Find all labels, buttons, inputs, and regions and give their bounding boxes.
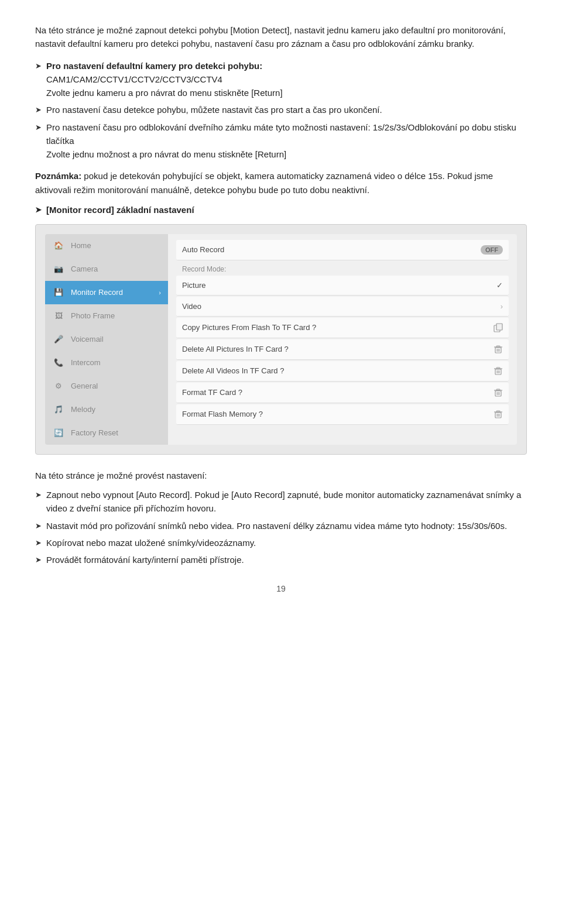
sidebar: 🏠 Home 📷 Camera 💾 Monitor Record › 🖼 Pho… bbox=[45, 234, 168, 445]
trash-icon-2 bbox=[494, 366, 503, 376]
bottom-arrow-4: ➤ bbox=[35, 554, 42, 566]
trash-icon-1 bbox=[494, 345, 503, 354]
svg-rect-10 bbox=[496, 367, 500, 369]
delete-pictures-label: Delete All Pictures In TF Card ? bbox=[182, 345, 494, 353]
intercom-icon: 📞 bbox=[52, 356, 65, 369]
voicemail-icon: 🎤 bbox=[52, 333, 65, 346]
sidebar-item-factory-reset[interactable]: 🔄 Factory Reset bbox=[45, 421, 168, 445]
video-chevron-icon: › bbox=[501, 302, 503, 311]
sidebar-item-intercom[interactable]: 📞 Intercom bbox=[45, 351, 168, 375]
bottom-item-2: ➤ Nastavit mód pro pořizování snímků neb… bbox=[35, 519, 527, 533]
trash-icon-3 bbox=[494, 388, 503, 397]
picture-row[interactable]: Picture ✓ bbox=[176, 276, 509, 296]
format-tf-row[interactable]: Format TF Card ? bbox=[176, 383, 509, 403]
format-flash-row[interactable]: Format Flash Memory ? bbox=[176, 404, 509, 425]
bullet-item-1: ➤ Pro nastavení defaultní kamery pro det… bbox=[35, 59, 527, 100]
sidebar-label-voicemail: Voicemail bbox=[71, 335, 161, 344]
bottom-item-1: ➤ Zapnout nebo vypnout [Auto Record]. Po… bbox=[35, 488, 527, 516]
monitor-record-icon: 💾 bbox=[52, 286, 65, 299]
bullet-text-1: Pro nastavení defaultní kamery pro detek… bbox=[46, 59, 283, 100]
sidebar-item-monitor-record[interactable]: 💾 Monitor Record › bbox=[45, 281, 168, 304]
sidebar-label-home: Home bbox=[71, 241, 161, 250]
auto-record-toggle[interactable]: OFF bbox=[481, 245, 503, 255]
bottom-arrow-1: ➤ bbox=[35, 489, 42, 501]
svg-rect-22 bbox=[496, 411, 500, 412]
bullet-item-3: ➤ Pro nastavení času pro odblokování dve… bbox=[35, 121, 527, 162]
home-icon: 🏠 bbox=[52, 239, 65, 252]
camera-icon: 📷 bbox=[52, 263, 65, 276]
bullet-section-1: ➤ Pro nastavení defaultní kamery pro det… bbox=[35, 59, 527, 162]
chevron-icon: › bbox=[159, 289, 161, 296]
sidebar-label-monitor-record: Monitor Record bbox=[71, 288, 153, 297]
sidebar-item-melody[interactable]: 🎵 Melody bbox=[45, 398, 168, 421]
sidebar-item-camera[interactable]: 📷 Camera bbox=[45, 257, 168, 281]
sidebar-item-photo-frame[interactable]: 🖼 Photo Frame bbox=[45, 304, 168, 328]
note-paragraph: Poznámka: pokud je detekován pohybující … bbox=[35, 169, 527, 197]
delete-videos-label: Delete All Videos In TF Card ? bbox=[182, 366, 494, 375]
bullet-text-3: Pro nastavení času pro odblokování dveřn… bbox=[46, 121, 527, 162]
bottom-text-1: Zapnout nebo vypnout [Auto Record]. Poku… bbox=[46, 488, 527, 516]
factory-reset-icon: 🔄 bbox=[52, 427, 65, 439]
copy-pictures-row[interactable]: Copy Pictures From Flash To TF Card ? bbox=[176, 318, 509, 338]
bottom-text-3: Kopírovat nebo mazat uložené snímky/vide… bbox=[46, 536, 256, 549]
copy-icon bbox=[494, 323, 503, 332]
format-flash-label: Format Flash Memory ? bbox=[182, 410, 494, 418]
bullet-arrow-2: ➤ bbox=[35, 104, 42, 116]
bottom-item-4: ➤ Provádět formátování karty/interní pam… bbox=[35, 553, 527, 566]
sidebar-label-factory-reset: Factory Reset bbox=[71, 428, 161, 437]
page-number: 19 bbox=[35, 584, 527, 593]
bottom-text-2: Nastavit mód pro pořizování snímků nebo … bbox=[46, 519, 507, 533]
trash-icon-4 bbox=[494, 410, 503, 419]
copy-pictures-label: Copy Pictures From Flash To TF Card ? bbox=[182, 323, 494, 332]
sidebar-item-voicemail[interactable]: 🎤 Voicemail bbox=[45, 328, 168, 351]
video-row[interactable]: Video › bbox=[176, 297, 509, 317]
sidebar-item-general[interactable]: ⚙ General bbox=[45, 375, 168, 398]
intro-paragraph: Na této stránce je možné zapnout detekci… bbox=[35, 23, 527, 51]
picture-label: Picture bbox=[182, 281, 496, 290]
melody-icon: 🎵 bbox=[52, 403, 65, 416]
photo-frame-icon: 🖼 bbox=[52, 310, 65, 322]
section-arrow: ➤ bbox=[35, 205, 42, 214]
delete-pictures-row[interactable]: Delete All Pictures In TF Card ? bbox=[176, 339, 509, 360]
svg-rect-1 bbox=[496, 324, 502, 330]
record-mode-label: Record Mode: bbox=[176, 262, 509, 276]
sidebar-label-intercom: Intercom bbox=[71, 358, 161, 367]
bullet-item-2: ➤ Pro nastavení času detekce pohybu, můž… bbox=[35, 103, 527, 116]
section-heading: ➤ [Monitor record] základní nastavení bbox=[35, 205, 527, 215]
sidebar-label-melody: Melody bbox=[71, 405, 161, 414]
sidebar-label-photo-frame: Photo Frame bbox=[71, 311, 161, 320]
sidebar-label-camera: Camera bbox=[71, 265, 161, 273]
right-panel: Auto Record OFF Record Mode: Picture ✓ V… bbox=[168, 234, 517, 445]
bottom-arrow-2: ➤ bbox=[35, 520, 42, 532]
sidebar-label-general: General bbox=[71, 382, 161, 390]
bottom-intro: Na této stránce je možné provést nastave… bbox=[35, 469, 527, 482]
bullet-arrow-3: ➤ bbox=[35, 122, 42, 133]
auto-record-row[interactable]: Auto Record OFF bbox=[176, 240, 509, 260]
bottom-section: Na této stránce je možné provést nastave… bbox=[35, 469, 527, 567]
general-icon: ⚙ bbox=[52, 380, 65, 393]
bullet-text-2: Pro nastavení času detekce pohybu, můžet… bbox=[46, 103, 382, 116]
auto-record-label: Auto Record bbox=[182, 245, 481, 254]
svg-rect-4 bbox=[496, 346, 500, 347]
delete-videos-row[interactable]: Delete All Videos In TF Card ? bbox=[176, 361, 509, 382]
bottom-text-4: Provádět formátování karty/interní pamět… bbox=[46, 553, 244, 566]
bottom-item-3: ➤ Kopírovat nebo mazat uložené snímky/vi… bbox=[35, 536, 527, 549]
picture-checkmark-icon: ✓ bbox=[496, 281, 503, 290]
video-label: Video bbox=[182, 302, 501, 311]
sidebar-item-home[interactable]: 🏠 Home bbox=[45, 234, 168, 257]
bullet-arrow-1: ➤ bbox=[35, 60, 42, 72]
ui-screenshot: 🏠 Home 📷 Camera 💾 Monitor Record › 🖼 Pho… bbox=[35, 224, 527, 455]
svg-rect-16 bbox=[496, 389, 500, 390]
format-tf-label: Format TF Card ? bbox=[182, 388, 494, 397]
bottom-arrow-3: ➤ bbox=[35, 537, 42, 549]
note-label: Poznámka: bbox=[35, 171, 81, 181]
note-text: pokud je detekován pohybující se objekt,… bbox=[35, 171, 493, 194]
